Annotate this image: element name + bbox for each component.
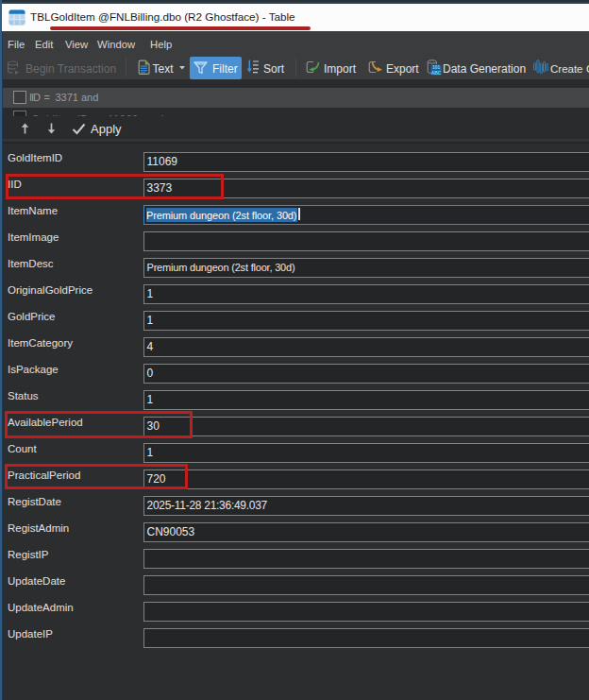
svg-text:101: 101 (432, 65, 440, 70)
svg-text:ABC: ABC (431, 71, 442, 76)
